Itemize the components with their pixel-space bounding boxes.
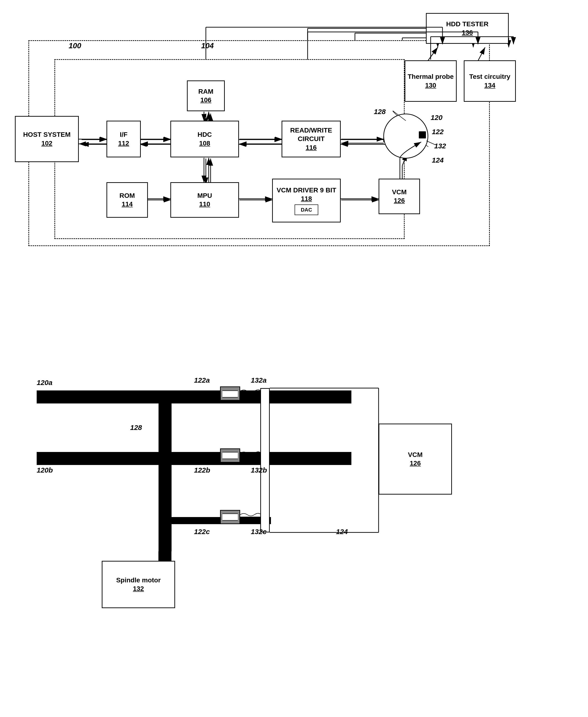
ram-box: RAM 106 <box>187 81 225 111</box>
ref-132-top: 132 <box>434 142 446 150</box>
ref-122a: 122a <box>194 376 210 384</box>
ref-132a: 132a <box>251 376 267 384</box>
ref-124-bottom: 124 <box>336 528 348 536</box>
ref-124-top: 124 <box>432 156 444 164</box>
hdd-tester-box: HDD TESTER 136 <box>426 13 509 44</box>
full-diagram: 100 104 HDD TESTER 136 Thermal probe 130… <box>0 0 588 717</box>
thermal-probe-box: Thermal probe 130 <box>405 60 457 102</box>
mpu-box: MPU 110 <box>170 182 239 218</box>
ref-122c: 122c <box>194 528 210 536</box>
ref-122b: 122b <box>194 466 210 474</box>
test-circuitry-box: Test circuitry 134 <box>464 60 516 102</box>
rom-box: ROM 114 <box>106 182 148 218</box>
flex-cable <box>260 388 270 532</box>
ref-132b: 132b <box>251 466 267 474</box>
if-box: I/F 112 <box>106 121 141 157</box>
ref-104: 104 <box>201 41 214 50</box>
ref-120-top: 120 <box>430 113 442 122</box>
ref-122-top: 122 <box>432 128 444 136</box>
actuator-head <box>419 131 426 139</box>
ref-128-top: 128 <box>374 108 386 116</box>
vcm-box-bottom: VCM 126 <box>379 424 452 494</box>
vcm-box-top: VCM 126 <box>379 179 420 214</box>
spindle-motor-box: Spindle motor 132 <box>102 561 175 608</box>
ref-132c: 132c <box>251 528 267 536</box>
head-122a-detail <box>223 391 238 398</box>
ref-120a: 120a <box>37 379 52 387</box>
dac-box: DAC <box>295 205 318 215</box>
vcm-driver-box: VCM DRIVER 9 BIT 118 DAC <box>272 179 341 223</box>
hdc-box: HDC 108 <box>170 121 239 157</box>
ref-120b: 120b <box>37 466 53 474</box>
head-122c-detail <box>223 513 238 521</box>
host-system-box: HOST SYSTEM 102 <box>15 116 79 162</box>
ref-128-bottom: 128 <box>130 424 142 431</box>
head-122b-detail <box>223 452 238 459</box>
rw-circuit-box: READ/WRITE CIRCUIT 116 <box>281 121 341 157</box>
ref-100: 100 <box>69 41 81 50</box>
spindle-arm <box>159 391 171 551</box>
